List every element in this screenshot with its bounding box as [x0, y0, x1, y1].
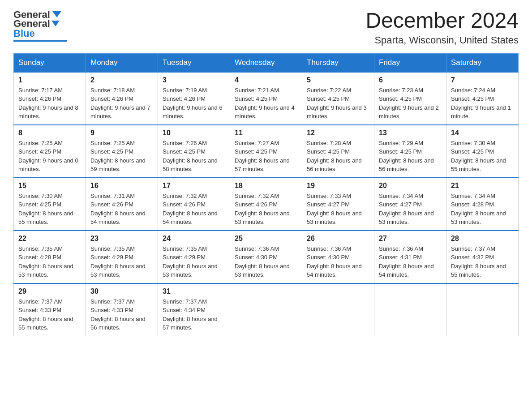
day-info: Sunrise: 7:25 AMSunset: 4:25 PMDaylight:…: [18, 139, 81, 174]
table-row: 25 Sunrise: 7:36 AMSunset: 4:30 PMDaylig…: [230, 231, 302, 283]
calendar-week-row: 22 Sunrise: 7:35 AMSunset: 4:28 PMDaylig…: [14, 231, 519, 283]
table-row: 6 Sunrise: 7:23 AMSunset: 4:25 PMDayligh…: [374, 72, 446, 125]
day-info: Sunrise: 7:22 AMSunset: 4:25 PMDaylight:…: [307, 86, 369, 121]
col-monday: Monday: [86, 53, 158, 72]
day-info: Sunrise: 7:37 AMSunset: 4:33 PMDaylight:…: [90, 297, 153, 332]
table-row: 23 Sunrise: 7:35 AMSunset: 4:29 PMDaylig…: [86, 231, 158, 283]
col-tuesday: Tuesday: [158, 53, 230, 72]
table-row: 12 Sunrise: 7:28 AMSunset: 4:25 PMDaylig…: [302, 125, 374, 178]
day-number: 9: [90, 129, 153, 137]
day-info: Sunrise: 7:35 AMSunset: 4:29 PMDaylight:…: [90, 244, 153, 279]
day-number: 19: [307, 182, 369, 190]
day-number: 16: [90, 182, 153, 190]
day-info: Sunrise: 7:37 AMSunset: 4:33 PMDaylight:…: [18, 297, 81, 332]
day-info: Sunrise: 7:37 AMSunset: 4:34 PMDaylight:…: [163, 297, 225, 332]
logo-arrow-icon: [51, 21, 60, 26]
day-info: Sunrise: 7:25 AMSunset: 4:25 PMDaylight:…: [90, 139, 153, 174]
table-row: 9 Sunrise: 7:25 AMSunset: 4:25 PMDayligh…: [86, 125, 158, 178]
day-info: Sunrise: 7:32 AMSunset: 4:26 PMDaylight:…: [163, 192, 225, 227]
day-info: Sunrise: 7:24 AMSunset: 4:25 PMDaylight:…: [451, 86, 514, 121]
col-thursday: Thursday: [302, 53, 374, 72]
page-header: General General Blue December 2024 Spart…: [13, 9, 519, 46]
table-row: [374, 283, 446, 336]
table-row: 14 Sunrise: 7:30 AMSunset: 4:25 PMDaylig…: [446, 125, 519, 178]
table-row: 26 Sunrise: 7:36 AMSunset: 4:30 PMDaylig…: [302, 231, 374, 283]
logo: General General Blue: [13, 9, 67, 42]
table-row: 16 Sunrise: 7:31 AMSunset: 4:26 PMDaylig…: [86, 178, 158, 231]
day-info: Sunrise: 7:32 AMSunset: 4:26 PMDaylight:…: [235, 192, 297, 227]
day-number: 10: [163, 129, 225, 137]
table-row: 18 Sunrise: 7:32 AMSunset: 4:26 PMDaylig…: [230, 178, 302, 231]
day-info: Sunrise: 7:30 AMSunset: 4:25 PMDaylight:…: [18, 192, 81, 227]
table-row: 22 Sunrise: 7:35 AMSunset: 4:28 PMDaylig…: [14, 231, 86, 283]
day-info: Sunrise: 7:35 AMSunset: 4:28 PMDaylight:…: [18, 244, 81, 279]
day-info: Sunrise: 7:17 AMSunset: 4:26 PMDaylight:…: [18, 86, 81, 121]
day-number: 17: [163, 182, 225, 190]
table-row: [446, 283, 519, 336]
table-row: 13 Sunrise: 7:29 AMSunset: 4:25 PMDaylig…: [374, 125, 446, 178]
day-info: Sunrise: 7:27 AMSunset: 4:25 PMDaylight:…: [235, 139, 297, 174]
day-number: 21: [451, 182, 514, 190]
month-title: December 2024: [365, 9, 519, 33]
day-number: 28: [451, 235, 514, 243]
day-info: Sunrise: 7:34 AMSunset: 4:28 PMDaylight:…: [451, 192, 514, 227]
table-row: 30 Sunrise: 7:37 AMSunset: 4:33 PMDaylig…: [86, 283, 158, 336]
location-text: Sparta, Wisconsin, United States: [365, 34, 519, 46]
day-info: Sunrise: 7:33 AMSunset: 4:27 PMDaylight:…: [307, 192, 369, 227]
day-info: Sunrise: 7:36 AMSunset: 4:31 PMDaylight:…: [379, 244, 442, 279]
table-row: 11 Sunrise: 7:27 AMSunset: 4:25 PMDaylig…: [230, 125, 302, 178]
day-info: Sunrise: 7:21 AMSunset: 4:25 PMDaylight:…: [235, 86, 297, 121]
table-row: 17 Sunrise: 7:32 AMSunset: 4:26 PMDaylig…: [158, 178, 230, 231]
day-number: 14: [451, 129, 514, 137]
day-number: 13: [379, 129, 442, 137]
day-number: 22: [18, 235, 81, 243]
table-row: 19 Sunrise: 7:33 AMSunset: 4:27 PMDaylig…: [302, 178, 374, 231]
day-number: 25: [235, 235, 297, 243]
day-info: Sunrise: 7:26 AMSunset: 4:25 PMDaylight:…: [163, 139, 225, 174]
day-number: 4: [235, 76, 297, 84]
day-number: 8: [18, 129, 81, 137]
calendar-week-row: 29 Sunrise: 7:37 AMSunset: 4:33 PMDaylig…: [14, 283, 519, 336]
day-info: Sunrise: 7:23 AMSunset: 4:25 PMDaylight:…: [379, 86, 442, 121]
calendar-table: Sunday Monday Tuesday Wednesday Thursday…: [13, 53, 519, 336]
table-row: 4 Sunrise: 7:21 AMSunset: 4:25 PMDayligh…: [230, 72, 302, 125]
table-row: 27 Sunrise: 7:36 AMSunset: 4:31 PMDaylig…: [374, 231, 446, 283]
col-wednesday: Wednesday: [230, 53, 302, 72]
table-row: 10 Sunrise: 7:26 AMSunset: 4:25 PMDaylig…: [158, 125, 230, 178]
day-number: 1: [18, 76, 81, 84]
logo-triangle-icon: [52, 11, 61, 17]
calendar-week-row: 1 Sunrise: 7:17 AMSunset: 4:26 PMDayligh…: [14, 72, 519, 125]
day-info: Sunrise: 7:30 AMSunset: 4:25 PMDaylight:…: [451, 139, 514, 174]
day-info: Sunrise: 7:37 AMSunset: 4:32 PMDaylight:…: [451, 244, 514, 279]
table-row: 5 Sunrise: 7:22 AMSunset: 4:25 PMDayligh…: [302, 72, 374, 125]
day-info: Sunrise: 7:19 AMSunset: 4:26 PMDaylight:…: [163, 86, 225, 121]
table-row: 7 Sunrise: 7:24 AMSunset: 4:25 PMDayligh…: [446, 72, 519, 125]
title-section: December 2024 Sparta, Wisconsin, United …: [365, 9, 519, 46]
table-row: 1 Sunrise: 7:17 AMSunset: 4:26 PMDayligh…: [14, 72, 86, 125]
day-number: 30: [90, 287, 153, 295]
day-number: 27: [379, 235, 442, 243]
calendar-week-row: 15 Sunrise: 7:30 AMSunset: 4:25 PMDaylig…: [14, 178, 519, 231]
day-number: 26: [307, 235, 369, 243]
logo-underline: [13, 40, 67, 42]
day-number: 11: [235, 129, 297, 137]
day-number: 3: [163, 76, 225, 84]
logo-blue-text: Blue: [13, 28, 35, 39]
day-info: Sunrise: 7:31 AMSunset: 4:26 PMDaylight:…: [90, 192, 153, 227]
day-number: 12: [307, 129, 369, 137]
day-number: 24: [163, 235, 225, 243]
table-row: 3 Sunrise: 7:19 AMSunset: 4:26 PMDayligh…: [158, 72, 230, 125]
day-number: 31: [163, 287, 225, 295]
table-row: 28 Sunrise: 7:37 AMSunset: 4:32 PMDaylig…: [446, 231, 519, 283]
day-info: Sunrise: 7:36 AMSunset: 4:30 PMDaylight:…: [235, 244, 297, 279]
day-number: 20: [379, 182, 442, 190]
col-friday: Friday: [374, 53, 446, 72]
day-info: Sunrise: 7:35 AMSunset: 4:29 PMDaylight:…: [163, 244, 225, 279]
table-row: 20 Sunrise: 7:34 AMSunset: 4:27 PMDaylig…: [374, 178, 446, 231]
table-row: 21 Sunrise: 7:34 AMSunset: 4:28 PMDaylig…: [446, 178, 519, 231]
table-row: 31 Sunrise: 7:37 AMSunset: 4:34 PMDaylig…: [158, 283, 230, 336]
col-sunday: Sunday: [14, 53, 86, 72]
day-number: 5: [307, 76, 369, 84]
calendar-week-row: 8 Sunrise: 7:25 AMSunset: 4:25 PMDayligh…: [14, 125, 519, 178]
table-row: [230, 283, 302, 336]
